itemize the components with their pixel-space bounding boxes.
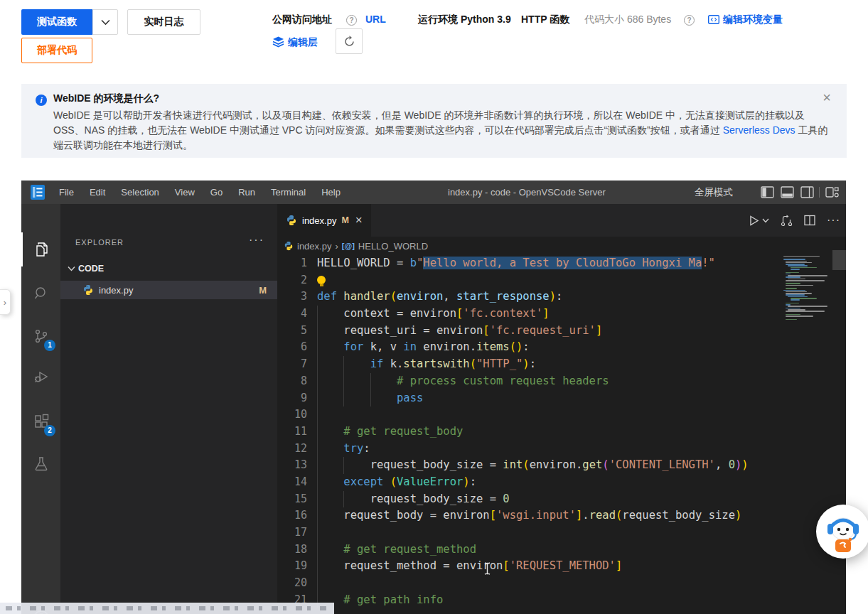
split-editor-button[interactable] [804,215,815,226]
token: 'fc.context' [463,307,542,320]
code-editor[interactable]: 1HELLO_WORLD = b"Hello world, a Test by … [277,255,781,614]
line-number: 6 [277,339,307,356]
lightbulb-icon[interactable] [317,276,326,284]
minimap[interactable] [781,255,832,614]
banner-text-1: WebIDE 是可以帮助开发者快速进行代码测试，以及项目构建、依赖安装，但是 W… [53,109,805,136]
url-link[interactable]: URL [365,14,386,25]
file-item-indexpy[interactable]: index.py M [60,281,277,299]
code-line-2[interactable]: 2 [277,272,781,289]
code-line-19[interactable]: 19 request_method = environ['REQUEST_MET… [277,558,781,575]
assistant-mascot[interactable] [816,505,868,559]
test-function-button[interactable]: 测试函数 [21,9,92,35]
menu-edit[interactable]: Edit [82,187,113,198]
toggle-sidebar-right-icon[interactable] [800,185,814,199]
code-line-15[interactable]: 15 request_body_size = 0 [277,491,781,508]
code-line-21[interactable]: 21 # get path info [277,592,781,609]
menu-selection[interactable]: Selection [113,187,166,198]
webide-info-banner: i WebIDE 的环境是什么? × WebIDE 是可以帮助开发者快速进行代码… [21,84,847,158]
files-icon [33,241,50,258]
code-line-17[interactable]: 17 [277,524,781,542]
code-line-10[interactable]: 10 [277,406,781,424]
menu-go[interactable]: Go [203,187,230,198]
code-line-3[interactable]: 3def handler(environ, start_response): [277,289,781,306]
menu-run[interactable]: Run [230,187,263,198]
breadcrumb-separator: › [335,241,338,252]
public-url-help-icon[interactable]: ? [346,15,357,26]
editor-actions: ··· [749,204,840,237]
tab-indexpy[interactable]: index.py M × [277,204,372,237]
code-line-12[interactable]: 12 try: [277,441,781,458]
run-python-file-button[interactable] [749,215,769,226]
indent-guide [317,457,318,474]
token: 0 [729,458,735,471]
line-content: pass [307,390,781,407]
extensions-activity-button[interactable]: 2 [21,404,60,438]
beaker-icon [33,456,50,473]
run-debug-activity-button[interactable] [21,360,60,394]
explorer-more-actions-icon[interactable]: ··· [249,234,264,247]
source-control-activity-button[interactable]: 1 [21,319,60,353]
code-line-14[interactable]: 14 except (ValueError): [277,474,781,491]
open-changes-button[interactable] [781,215,793,227]
realtime-logs-button[interactable]: 实时日志 [127,9,200,35]
line-number: 14 [277,474,307,491]
menu-terminal[interactable]: Terminal [263,187,314,198]
edit-layer-link[interactable]: 编辑层 [288,36,318,49]
token: ] [596,324,602,337]
line-content [307,272,781,289]
mouse-ibeam-cursor [483,562,491,575]
token: if [317,357,383,370]
breadcrumb-symbol[interactable]: HELLO_WORLD [358,241,428,252]
customize-layout-icon[interactable] [825,185,839,199]
code-line-16[interactable]: 16 request_body = environ['wsgi.input'].… [277,507,781,524]
code-line-4[interactable]: 4 context = environ['fc.context'] [277,306,781,323]
code-line-9[interactable]: 9 pass [277,390,781,407]
indent-guide [317,524,318,542]
search-activity-button[interactable] [21,276,60,311]
indent-guide [317,306,318,323]
editor-scrollbar[interactable] [832,250,846,270]
fullscreen-mode-button[interactable]: 全屏模式 [695,181,733,204]
code-line-20[interactable]: 20 [277,575,781,592]
token: request_uri = environ [317,324,483,337]
code-line-18[interactable]: 18 # get request_method [277,542,781,559]
code-section-header[interactable]: CODE [60,260,277,277]
code-size-help-icon[interactable]: ? [684,15,695,26]
testing-activity-button[interactable] [21,447,60,481]
serverless-devs-link[interactable]: Serverless Devs [723,124,795,136]
code-line-1[interactable]: 1HELLO_WORLD = b"Hello world, a Test by … [277,255,781,272]
tab-close-icon[interactable]: × [355,213,363,227]
code-line-7[interactable]: 7 if k.startswith("HTTP_"): [277,356,781,373]
token: ) [735,458,741,471]
token: "HTTP_" [476,357,523,370]
more-actions-icon[interactable]: ··· [827,214,840,227]
toggle-panel-icon[interactable] [781,185,794,199]
deploy-code-button[interactable]: 部署代码 [21,38,92,63]
code-line-5[interactable]: 5 request_uri = environ['fc.request_uri'… [277,323,781,340]
token: , [443,290,456,303]
edit-env-variables-link[interactable]: 编辑环境变量 [723,14,783,26]
line-content: request_body_size = 0 [307,491,781,508]
line-number: 20 [277,575,307,592]
code-line-6[interactable]: 6 for k, v in environ.items(): [277,339,781,356]
refresh-button[interactable] [336,28,363,54]
explorer-activity-button[interactable] [21,232,60,266]
indent-guide [317,390,318,407]
code-line-8[interactable]: 8 # process custom request headers [277,373,781,390]
panel-expand-handle[interactable]: › [0,289,11,315]
token: ValueError [397,475,463,488]
banner-close-icon[interactable]: × [823,90,831,106]
line-content: # process custom request headers [307,373,781,390]
line-number: 7 [277,356,307,373]
code-line-13[interactable]: 13 request_body_size = int(environ.get('… [277,457,781,474]
menu-help[interactable]: Help [314,187,348,198]
window-title: index.py - code - OpenVSCode Server [448,181,606,204]
breadcrumb-file[interactable]: index.py [297,241,331,252]
toggle-sidebar-left-icon[interactable] [761,185,774,199]
menu-file[interactable]: File [51,187,82,198]
minimap-row [788,306,827,307]
menu-view[interactable]: View [167,187,203,198]
indent-guide [343,491,344,508]
test-function-dropdown-button[interactable] [92,9,118,35]
code-line-11[interactable]: 11 # get request_body [277,424,781,441]
